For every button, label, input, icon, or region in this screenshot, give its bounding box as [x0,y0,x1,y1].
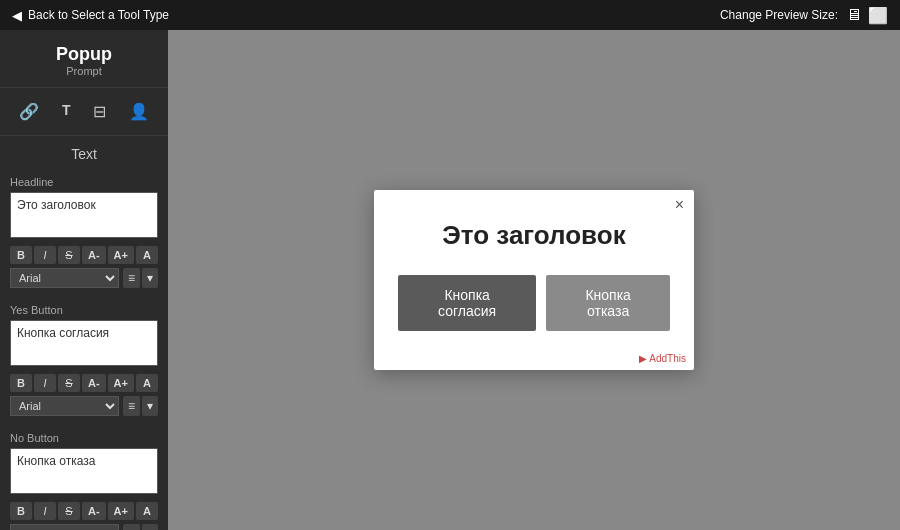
top-bar: ◀ Back to Select a Tool Type Change Prev… [0,0,900,30]
sidebar-icon-row: 🔗 T ⊟ 👤 [0,88,168,136]
yes-font-select[interactable]: Arial [10,396,119,416]
no-italic-button[interactable]: I [34,502,56,520]
no-align-group: ≡ ▾ [123,524,158,530]
headline-group: Headline B I S A- A+ A Arial ≡ ▾ [0,170,168,298]
link-icon[interactable]: 🔗 [13,98,45,125]
no-button-label: No Button [10,432,158,444]
headline-input[interactable] [10,192,158,238]
headline-format-bar: B I S A- A+ A [10,246,158,264]
no-font-increase-button[interactable]: A+ [108,502,134,520]
section-label: Text [0,136,168,170]
yes-font-increase-button[interactable]: A+ [108,374,134,392]
strikethrough-button[interactable]: S [58,246,80,264]
desktop-preview-icon[interactable]: 🖥 [846,6,862,25]
yes-format-bar: B I S A- A+ A [10,374,158,392]
font-decrease-button[interactable]: A- [82,246,106,264]
no-font-reset-button[interactable]: A [136,502,158,520]
yes-font-row: Arial ≡ ▾ [10,396,158,416]
italic-button[interactable]: I [34,246,56,264]
bold-button[interactable]: B [10,246,32,264]
layout-icon[interactable]: ⊟ [87,98,112,125]
preview-size-icons: 🖥 ⬜ [846,6,888,25]
sidebar-header: Popup Prompt [0,30,168,88]
yes-font-decrease-button[interactable]: A- [82,374,106,392]
yes-align-dropdown[interactable]: ▾ [142,396,158,416]
preview-label: Change Preview Size: [720,8,838,22]
preview-controls: Change Preview Size: 🖥 ⬜ [720,6,888,25]
headline-align-dropdown[interactable]: ▾ [142,268,158,288]
no-button-input[interactable] [10,448,158,494]
font-increase-button[interactable]: A+ [108,246,134,264]
back-label: Back to Select a Tool Type [28,8,169,22]
no-strikethrough-button[interactable]: S [58,502,80,520]
yes-bold-button[interactable]: B [10,374,32,392]
no-bold-button[interactable]: B [10,502,32,520]
yes-strikethrough-button[interactable]: S [58,374,80,392]
no-format-bar: B I S A- A+ A [10,502,158,520]
tool-title: Popup [0,44,168,65]
yes-italic-button[interactable]: I [34,374,56,392]
no-align-dropdown[interactable]: ▾ [142,524,158,530]
headline-align-button[interactable]: ≡ [123,268,140,288]
popup-modal: × Это заголовок Кнопка согласия Кнопка о… [374,190,694,370]
popup-yes-button[interactable]: Кнопка согласия [398,275,536,331]
no-align-button[interactable]: ≡ [123,524,140,530]
back-button[interactable]: ◀ Back to Select a Tool Type [12,8,169,23]
no-button-group: No Button B I S A- A+ A Arial ≡ ▾ [0,426,168,530]
main-layout: Popup Prompt 🔗 T ⊟ 👤 Text Headline B I S… [0,30,900,530]
popup-buttons: Кнопка согласия Кнопка отказа [398,275,670,331]
user-icon[interactable]: 👤 [123,98,155,125]
headline-align-group: ≡ ▾ [123,268,158,288]
popup-headline: Это заголовок [442,220,625,251]
headline-font-select[interactable]: Arial [10,268,119,288]
popup-footer: ▶ AddThis [639,353,686,364]
back-arrow-icon: ◀ [12,8,22,23]
headline-font-row: Arial ≡ ▾ [10,268,158,288]
no-font-decrease-button[interactable]: A- [82,502,106,520]
no-font-row: Arial ≡ ▾ [10,524,158,530]
yes-align-button[interactable]: ≡ [123,396,140,416]
preview-area: × Это заголовок Кнопка согласия Кнопка о… [168,30,900,530]
yes-font-reset-button[interactable]: A [136,374,158,392]
text-tool-icon[interactable]: T [56,98,77,125]
yes-button-label: Yes Button [10,304,158,316]
sidebar: Popup Prompt 🔗 T ⊟ 👤 Text Headline B I S… [0,30,168,530]
addthis-icon: ▶ [639,353,647,364]
no-font-select[interactable]: Arial [10,524,119,530]
tablet-preview-icon[interactable]: ⬜ [868,6,888,25]
yes-button-group: Yes Button B I S A- A+ A Arial ≡ ▾ [0,298,168,426]
font-reset-button[interactable]: A [136,246,158,264]
popup-close-button[interactable]: × [675,196,684,214]
tool-subtitle: Prompt [0,65,168,77]
yes-align-group: ≡ ▾ [123,396,158,416]
addthis-label: AddThis [649,353,686,364]
popup-no-button[interactable]: Кнопка отказа [546,275,670,331]
yes-button-input[interactable] [10,320,158,366]
headline-label: Headline [10,176,158,188]
